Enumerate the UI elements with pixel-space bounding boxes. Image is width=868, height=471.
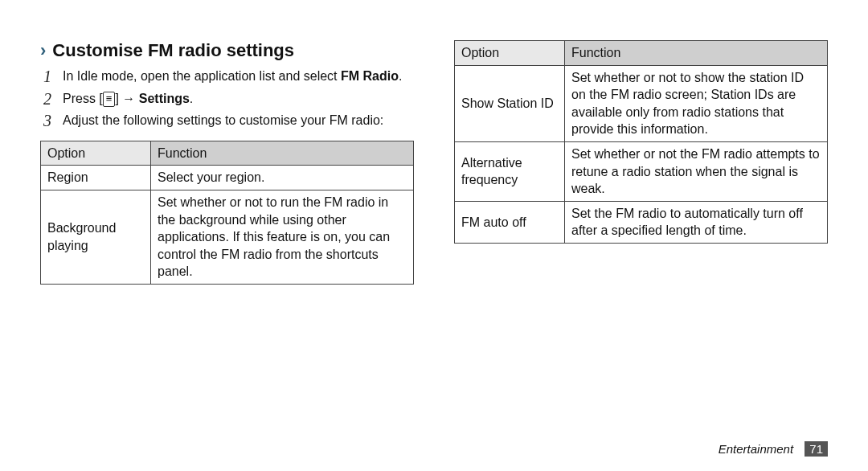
- option-cell: Region: [41, 166, 151, 190]
- th-option-right: Option: [455, 41, 565, 66]
- table-row: FM auto offSet the FM radio to automatic…: [455, 201, 828, 243]
- step-1-bold: FM Radio: [341, 69, 399, 83]
- options-table-left: Option Function RegionSelect your region…: [40, 141, 414, 285]
- step-2-bold: Settings: [139, 92, 190, 105]
- step-2-mid: ] →: [115, 92, 138, 105]
- function-cell: Set whether or not to show the station I…: [565, 65, 828, 141]
- option-cell: Show Station ID: [455, 65, 565, 141]
- option-cell: Background playing: [41, 190, 151, 284]
- table-row: RegionSelect your region.: [41, 166, 414, 190]
- section-heading: Customise FM radio settings: [52, 40, 294, 61]
- footer-page-number: 71: [805, 441, 828, 457]
- function-cell: Set whether or not to run the FM radio i…: [151, 190, 414, 284]
- option-cell: Alternative frequency: [455, 141, 565, 201]
- table-row: Show Station IDSet whether or not to sho…: [455, 65, 828, 141]
- option-cell: FM auto off: [455, 201, 565, 243]
- step-2-post: .: [190, 92, 193, 105]
- menu-key-icon: ≡: [103, 92, 116, 107]
- function-cell: Select your region.: [151, 166, 414, 190]
- step-2-pre: Press [: [63, 92, 103, 105]
- table-row: Background playingSet whether or not to …: [41, 190, 414, 284]
- chevron-icon: ›: [40, 42, 46, 59]
- footer-section: Entertainment: [719, 442, 793, 456]
- page-footer: Entertainment 71: [719, 441, 828, 457]
- step-2: Press [≡] → Settings.: [40, 90, 414, 108]
- step-1-post: .: [399, 69, 402, 83]
- options-table-right: Option Function Show Station IDSet wheth…: [454, 40, 828, 244]
- th-function-left: Function: [151, 141, 414, 166]
- step-3: Adjust the following settings to customi…: [40, 112, 414, 129]
- function-cell: Set the FM radio to automatically turn o…: [565, 201, 828, 243]
- step-1-pre: In Idle mode, open the application list …: [63, 69, 341, 83]
- th-option-left: Option: [41, 141, 151, 166]
- step-1: In Idle mode, open the application list …: [40, 68, 414, 85]
- step-3-text: Adjust the following settings to customi…: [63, 113, 383, 127]
- th-function-right: Function: [565, 41, 828, 66]
- table-row: Alternative frequencySet whether or not …: [455, 141, 828, 201]
- function-cell: Set whether or not the FM radio attempts…: [565, 141, 828, 201]
